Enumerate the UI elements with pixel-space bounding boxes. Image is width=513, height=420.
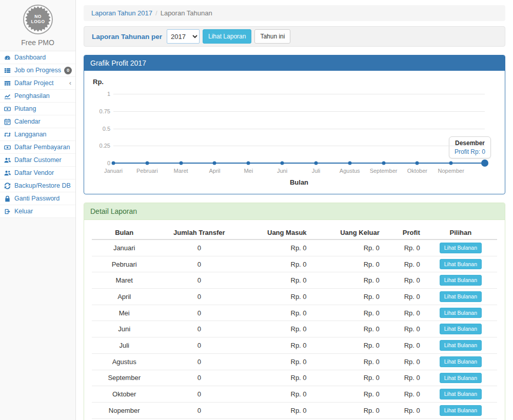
cell-pilihan: Lihat Bulanan bbox=[424, 239, 497, 256]
cell-bulan: Juli bbox=[92, 337, 156, 354]
cell-pilihan: Lihat Bulanan bbox=[424, 337, 497, 354]
sidebar-item-keluar[interactable]: Keluar bbox=[0, 205, 75, 218]
cell-jumlah_transfer: 0 bbox=[156, 256, 242, 272]
sidebar-item-daftar-pembayaran[interactable]: Daftar Pembayaran bbox=[0, 141, 75, 154]
column-header-pilihan: Pilihan bbox=[424, 226, 497, 239]
cell-uang_keluar: Rp. 0 bbox=[311, 272, 384, 289]
chart-point-nopember[interactable] bbox=[449, 162, 453, 165]
chart-x-tick-juni: Juni bbox=[277, 168, 287, 174]
cell-profit: Rp. 0 bbox=[384, 272, 424, 289]
cell-uang_keluar: Rp. 0 bbox=[311, 321, 384, 337]
chart-point-maret[interactable] bbox=[179, 162, 183, 165]
sidebar-item-daftar-customer[interactable]: Daftar Customer bbox=[0, 154, 75, 167]
sidebar-item-langganan[interactable]: Langganan bbox=[0, 128, 75, 141]
sidebar-item-penghasilan[interactable]: Penghasilan bbox=[0, 90, 75, 103]
cell-jumlah_transfer: 0 bbox=[156, 353, 242, 370]
chart-x-axis-title: Bulan bbox=[290, 178, 308, 186]
lihat-bulanan-button-juni[interactable]: Lihat Bulanan bbox=[440, 324, 482, 334]
tahun-ini-button[interactable]: Tahun ini bbox=[254, 29, 290, 44]
chart-panel-body: Rp. Desember Profit Rp: 0 Bulan 00.250.5… bbox=[84, 71, 505, 194]
chart-point-oktober[interactable] bbox=[416, 162, 419, 165]
chart-x-tick-nopember: Nopember bbox=[438, 168, 464, 174]
chart-y-tick: 0.25 bbox=[92, 143, 110, 149]
cell-pilihan: Lihat Bulanan bbox=[424, 370, 497, 386]
year-select[interactable]: 2017 bbox=[167, 29, 200, 44]
cell-uang_keluar: Rp. 0 bbox=[311, 353, 384, 370]
cell-uang_masuk: Rp. 0 bbox=[242, 305, 310, 321]
chart-y-tick: 0.5 bbox=[92, 126, 110, 132]
calendar-icon bbox=[4, 118, 11, 125]
cell-pilihan: Lihat Bulanan bbox=[424, 289, 497, 305]
cell-profit: Rp. 0 bbox=[384, 256, 424, 272]
lihat-laporan-button[interactable]: Lihat Laporan bbox=[203, 29, 251, 44]
chart-point-mei[interactable] bbox=[247, 162, 250, 165]
table-row-juli: Juli0Rp. 0Rp. 0Rp. 0Lihat Bulanan bbox=[92, 337, 497, 354]
sidebar-item-label: Ganti Password bbox=[14, 194, 71, 203]
cell-uang_masuk: Rp. 0 bbox=[242, 386, 310, 403]
job-count-badge: 0 bbox=[64, 67, 72, 74]
lihat-bulanan-button-nopember[interactable]: Lihat Bulanan bbox=[440, 405, 482, 416]
report-table-head: BulanJumlah TransferUang MasukUang Kelua… bbox=[92, 226, 497, 239]
lihat-bulanan-button-mei[interactable]: Lihat Bulanan bbox=[440, 308, 482, 318]
no-logo-badge: NOLOGO bbox=[23, 5, 53, 34]
sidebar-item-ganti-password[interactable]: Ganti Password bbox=[0, 192, 75, 205]
chart-tooltip: Desember Profit Rp: 0 bbox=[449, 136, 491, 158]
cell-uang_masuk: Rp. 0 bbox=[242, 289, 310, 305]
sidebar-item-job-on-progress[interactable]: Job on Progress0 bbox=[0, 64, 75, 77]
line-chart-icon bbox=[4, 93, 11, 99]
filter-label: Laporan Tahunan per bbox=[92, 33, 162, 41]
breadcrumb-link-year[interactable]: Laporan Tahun 2017 bbox=[91, 9, 152, 17]
chart-x-tick-april: April bbox=[209, 168, 220, 174]
cell-uang_masuk: Rp. 0 bbox=[242, 256, 310, 272]
sidebar-item-label: Backup/Restore DB bbox=[14, 182, 71, 190]
sidebar-item-daftar-vendor[interactable]: Daftar Vendor bbox=[0, 167, 75, 179]
chart-point-agustus[interactable] bbox=[348, 162, 351, 165]
sidebar-item-calendar[interactable]: Calendar bbox=[0, 115, 75, 128]
chart-panel-title: Grafik Profit 2017 bbox=[84, 55, 505, 71]
table-row-maret: Maret0Rp. 0Rp. 0Rp. 0Lihat Bulanan bbox=[92, 272, 497, 289]
chart-point-september[interactable] bbox=[382, 162, 385, 165]
chart-point-april[interactable] bbox=[213, 162, 216, 165]
lihat-bulanan-button-september[interactable]: Lihat Bulanan bbox=[440, 373, 482, 384]
lihat-bulanan-button-maret[interactable]: Lihat Bulanan bbox=[440, 275, 482, 286]
cell-jumlah_transfer: 0 bbox=[156, 337, 242, 354]
cell-pilihan: Lihat Bulanan bbox=[424, 272, 497, 289]
column-header-jumlah-transfer: Jumlah Transfer bbox=[156, 226, 242, 239]
cell-uang_masuk: Rp. 0 bbox=[242, 239, 310, 256]
users-icon bbox=[4, 170, 11, 176]
sidebar-item-backup-restore-db[interactable]: Backup/Restore DB bbox=[0, 179, 75, 192]
chart-point-januari[interactable] bbox=[112, 162, 115, 165]
sidebar-item-label: Daftar Vendor bbox=[14, 169, 71, 177]
lihat-bulanan-button-april[interactable]: Lihat Bulanan bbox=[440, 291, 482, 302]
chart-point-juni[interactable] bbox=[281, 162, 284, 165]
sidebar-item-label: Daftar Customer bbox=[14, 156, 71, 164]
lihat-bulanan-button-oktober[interactable]: Lihat Bulanan bbox=[440, 389, 482, 399]
sidebar-item-label: Langganan bbox=[14, 130, 71, 138]
column-header-bulan: Bulan bbox=[92, 226, 156, 239]
detail-laporan-panel: Detail Laporan BulanJumlah TransferUang … bbox=[84, 203, 505, 420]
chart-y-axis-label: Rp. bbox=[93, 78, 104, 86]
table-row-juni: Juni0Rp. 0Rp. 0Rp. 0Lihat Bulanan bbox=[92, 321, 497, 337]
sidebar-item-label: Job on Progress bbox=[14, 66, 61, 74]
chart-point-pebruari[interactable] bbox=[145, 162, 149, 165]
chart-point-desember[interactable] bbox=[481, 159, 488, 167]
chart-y-tick: 0 bbox=[92, 160, 110, 166]
lihat-bulanan-button-juli[interactable]: Lihat Bulanan bbox=[440, 340, 482, 351]
dashboard-icon bbox=[4, 54, 11, 61]
sidebar-item-piutang[interactable]: Piutang bbox=[0, 103, 75, 115]
cell-uang_masuk: Rp. 0 bbox=[242, 321, 310, 337]
chart-gridline bbox=[113, 129, 485, 129]
chart-x-tick-september: September bbox=[370, 168, 398, 174]
lihat-bulanan-button-agustus[interactable]: Lihat Bulanan bbox=[440, 356, 482, 367]
lihat-bulanan-button-pebruari[interactable]: Lihat Bulanan bbox=[440, 259, 482, 270]
cell-uang_masuk: Rp. 0 bbox=[242, 370, 310, 386]
chart-x-tick-agustus: Agustus bbox=[340, 168, 360, 174]
table-row-nopember: Nopember0Rp. 0Rp. 0Rp. 0Lihat Bulanan bbox=[92, 402, 497, 418]
cell-profit: Rp. 0 bbox=[384, 305, 424, 321]
table-row-mei: Mei0Rp. 0Rp. 0Rp. 0Lihat Bulanan bbox=[92, 305, 497, 321]
cell-uang_masuk: Rp. 0 bbox=[242, 272, 310, 289]
lihat-bulanan-button-januari[interactable]: Lihat Bulanan bbox=[440, 243, 482, 253]
chart-point-juli[interactable] bbox=[314, 162, 318, 165]
sidebar-item-dashboard[interactable]: Dashboard bbox=[0, 51, 75, 64]
sidebar-item-daftar-project[interactable]: Daftar Project‹ bbox=[0, 77, 75, 90]
